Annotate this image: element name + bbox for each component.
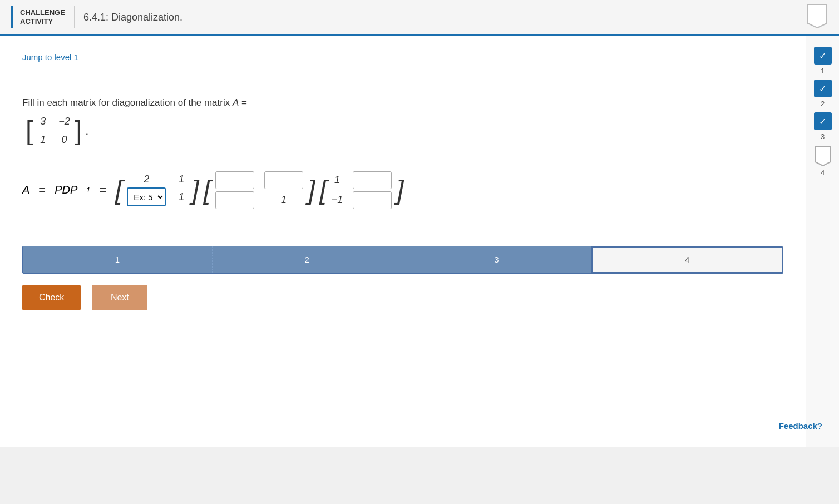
svg-marker-0 <box>808 4 827 28</box>
matrix-Pinv-top-right-input[interactable] <box>353 171 392 189</box>
equation-display: A = PDP−1 = [ 2 1 Ex: 5 1 2 -1 1 <box>22 168 783 213</box>
level-2-badge[interactable]: ✓ <box>814 80 832 97</box>
level-item-3: ✓ 3 <box>814 112 832 141</box>
content-area: Jump to level 1 Fill in each matrix for … <box>0 36 806 447</box>
level-1-number: 1 <box>821 67 825 75</box>
header: CHALLENGE ACTIVITY 6.4.1: Diagonalizatio… <box>0 0 839 36</box>
level-1-badge[interactable]: ✓ <box>814 47 832 65</box>
level-item-4: 4 <box>814 145 832 177</box>
button-row: Check Next <box>22 285 783 310</box>
matrix-D-bottom-left-input[interactable] <box>215 191 254 209</box>
progress-segment-1[interactable]: 1 <box>23 246 213 273</box>
feedback-link[interactable]: Feedback? <box>779 421 822 431</box>
matrix-A-display: [ 3 −2 1 0 ] . <box>26 110 783 151</box>
matrix-D-top-right-input[interactable] <box>264 171 303 189</box>
level-item-1: ✓ 1 <box>814 47 832 75</box>
next-button[interactable]: Next <box>92 285 147 310</box>
svg-marker-1 <box>815 146 831 166</box>
header-accent-bar <box>11 6 13 28</box>
right-sidebar: ✓ 1 ✓ 2 ✓ 3 4 <box>806 36 839 447</box>
level-item-2: ✓ 2 <box>814 80 832 108</box>
level-4-number: 4 <box>821 169 825 177</box>
level-2-number: 2 <box>821 100 825 108</box>
main-container: Jump to level 1 Fill in each matrix for … <box>0 36 839 447</box>
challenge-label: CHALLENGE ACTIVITY <box>20 8 65 26</box>
matrix-D-top-left-input[interactable] <box>215 171 254 189</box>
matrix-Pinv: [ 1 −1 ] <box>319 168 403 213</box>
jump-to-level-link[interactable]: Jump to level 1 <box>22 52 78 62</box>
matrix-P-bottom-left-input[interactable]: Ex: 5 1 2 -1 <box>127 187 166 206</box>
progress-segment-3[interactable]: 3 <box>402 246 592 273</box>
problem-statement: Fill in each matrix for diagonalization … <box>22 95 783 151</box>
progress-segment-2[interactable]: 2 <box>213 246 402 273</box>
header-divider <box>74 6 75 28</box>
header-badge-icon <box>807 3 828 29</box>
progress-segment-4[interactable]: 4 <box>591 246 783 273</box>
check-button[interactable]: Check <box>22 285 81 310</box>
level-4-badge[interactable] <box>814 145 832 166</box>
matrix-Pinv-bottom-right-input[interactable] <box>353 191 392 209</box>
level-3-number: 3 <box>821 132 825 141</box>
header-title: 6.4.1: Diagonalization. <box>83 12 182 23</box>
progress-bar: 1 2 3 4 <box>22 246 783 274</box>
matrix-D: [ 1 ] <box>204 168 315 213</box>
matrix-P: [ 2 1 Ex: 5 1 2 -1 1 ] <box>115 170 199 210</box>
level-3-badge[interactable]: ✓ <box>814 112 832 130</box>
